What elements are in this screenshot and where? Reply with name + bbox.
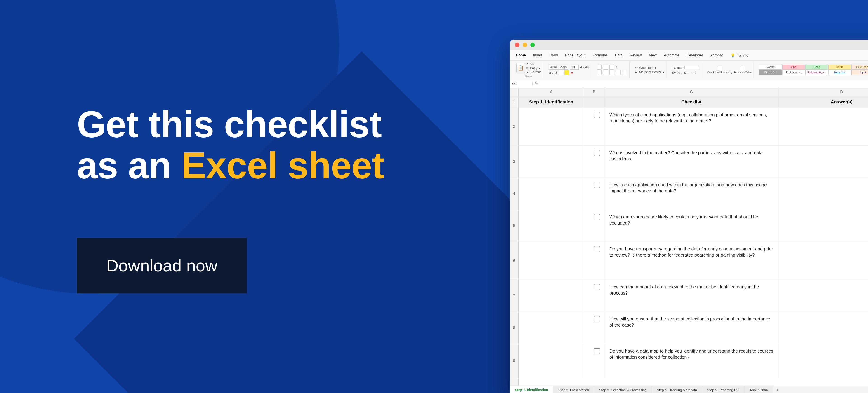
align-center-icon[interactable] <box>603 70 608 75</box>
tab-view[interactable]: View <box>649 52 657 59</box>
cell-checkbox[interactable] <box>584 108 604 145</box>
comma-icon[interactable]: , <box>681 71 682 74</box>
conditional-formatting-button[interactable]: Conditional Formatting <box>707 66 733 74</box>
cell-a[interactable] <box>519 210 584 242</box>
cell-question[interactable]: Do you have a data map to help you ident… <box>604 344 778 378</box>
sheet-tab-step1[interactable]: Step 1. Identification <box>510 386 553 393</box>
cell-answer[interactable] <box>778 178 868 209</box>
cell-a[interactable] <box>519 242 584 280</box>
cell-question[interactable]: Which data sources are likely to contain… <box>604 210 778 242</box>
style-explanatory[interactable]: Explanatory... <box>782 70 805 75</box>
tab-page-layout[interactable]: Page Layout <box>565 52 586 59</box>
checkbox-icon[interactable] <box>594 182 600 188</box>
sheet-tab-about[interactable]: About Onna <box>745 386 773 393</box>
number-format-select[interactable]: General <box>672 65 700 70</box>
style-good[interactable]: Good <box>805 65 828 70</box>
cell-question[interactable]: Do you have transparency regarding the d… <box>604 242 778 280</box>
style-hyperlink[interactable]: Hyperlink <box>829 70 851 75</box>
cell-checkbox[interactable] <box>584 242 604 280</box>
cell-answer[interactable] <box>778 146 868 177</box>
fx-icon[interactable]: fx <box>532 82 540 86</box>
select-all-corner[interactable] <box>510 88 518 96</box>
underline-button[interactable]: U <box>555 71 557 74</box>
checkbox-icon[interactable] <box>594 112 600 118</box>
checkbox-icon[interactable] <box>594 348 600 354</box>
cell-answer[interactable] <box>778 280 868 312</box>
indent-increase-icon[interactable] <box>622 70 627 75</box>
paste-icon[interactable]: 📋 <box>516 63 525 73</box>
italic-button[interactable]: I <box>552 71 553 74</box>
cell-question[interactable]: Who is involved in the matter? Consider … <box>604 146 778 177</box>
cell-answer[interactable] <box>778 108 868 145</box>
style-input[interactable]: Input <box>851 70 868 75</box>
col-header-c[interactable]: C <box>604 88 778 96</box>
cell-answer[interactable] <box>778 312 868 344</box>
sheet-tab-step5[interactable]: Step 5. Exporting ESI <box>702 386 745 393</box>
header-checklist[interactable]: Checklist <box>604 96 778 107</box>
style-followed-hyperlink[interactable]: Followed Hyp... <box>805 70 828 75</box>
sheet-tab-step2[interactable]: Step 2. Preservation <box>553 386 594 393</box>
row-header[interactable]: 2 <box>510 108 518 146</box>
cell-a[interactable] <box>519 108 584 145</box>
align-middle-icon[interactable] <box>603 65 608 70</box>
cell-question[interactable]: Which types of cloud applications (e.g.,… <box>604 108 778 145</box>
font-color-button[interactable]: A <box>571 71 573 74</box>
sheet-tab-step4[interactable]: Step 4. Handling Metadata <box>652 386 702 393</box>
row-header[interactable]: 9 <box>510 344 518 378</box>
cell-checkbox[interactable] <box>584 210 604 242</box>
header-identification[interactable]: Step 1. Identification <box>519 96 584 107</box>
tab-data[interactable]: Data <box>614 52 623 59</box>
cell-answer[interactable] <box>778 344 868 378</box>
maximize-icon[interactable] <box>530 43 535 47</box>
indent-decrease-icon[interactable] <box>616 70 621 75</box>
row-header[interactable]: 4 <box>510 178 518 210</box>
sheet-tab-step3[interactable]: Step 3. Collection & Processing <box>594 386 652 393</box>
format-painter-button[interactable]: 🖌 Format <box>526 70 541 74</box>
orientation-icon[interactable]: ⤵ <box>616 65 617 69</box>
cut-button[interactable]: ✂ Cut <box>526 62 541 65</box>
row-header[interactable]: 5 <box>510 210 518 242</box>
header-answers[interactable]: Answer(s) <box>778 96 868 107</box>
checkbox-icon[interactable] <box>594 150 600 156</box>
cell-a[interactable] <box>519 280 584 312</box>
name-box[interactable]: O1 <box>510 82 532 86</box>
tell-me[interactable]: 💡 Tell me <box>730 52 749 59</box>
tab-insert[interactable]: Insert <box>532 52 542 59</box>
minimize-icon[interactable] <box>523 43 527 47</box>
currency-icon[interactable]: $▾ <box>672 71 676 74</box>
style-neutral[interactable]: Neutral <box>829 65 851 70</box>
tab-formulas[interactable]: Formulas <box>592 52 608 59</box>
row-header[interactable]: 3 <box>510 146 518 178</box>
col-header-d[interactable]: D <box>778 88 868 96</box>
cell-a[interactable] <box>519 344 584 378</box>
style-normal[interactable]: Normal <box>759 65 782 70</box>
checkbox-icon[interactable] <box>594 316 600 322</box>
border-button[interactable] <box>558 70 563 75</box>
cell-checkbox[interactable] <box>584 146 604 177</box>
cell-question[interactable]: How is each application used within the … <box>604 178 778 209</box>
cell-a[interactable] <box>519 178 584 209</box>
fill-color-button[interactable] <box>564 70 569 75</box>
tab-acrobat[interactable]: Acrobat <box>710 52 723 59</box>
align-left-icon[interactable] <box>597 70 602 75</box>
tab-review[interactable]: Review <box>629 52 642 59</box>
header-checkbox-col[interactable] <box>584 96 604 107</box>
copy-button[interactable]: ⧉ Copy ▾ <box>526 66 541 70</box>
cell-a[interactable] <box>519 312 584 344</box>
decrease-font-icon[interactable]: A▾ <box>585 65 589 69</box>
align-right-icon[interactable] <box>610 70 614 75</box>
format-as-table-button[interactable]: Format as Table <box>734 66 752 74</box>
cell-checkbox[interactable] <box>584 312 604 344</box>
checkbox-icon[interactable] <box>594 214 600 220</box>
row-header[interactable]: 6 <box>510 242 518 280</box>
close-icon[interactable] <box>515 43 520 47</box>
col-header-a[interactable]: A <box>519 88 584 96</box>
tab-developer[interactable]: Developer <box>686 52 704 59</box>
style-check-cell[interactable]: Check Cell <box>759 70 782 75</box>
percent-icon[interactable]: % <box>677 71 680 74</box>
tab-draw[interactable]: Draw <box>549 52 558 59</box>
row-header[interactable]: 7 <box>510 280 518 312</box>
cell-answer[interactable] <box>778 210 868 242</box>
style-bad[interactable]: Bad <box>782 65 805 70</box>
checkbox-icon[interactable] <box>594 284 600 290</box>
